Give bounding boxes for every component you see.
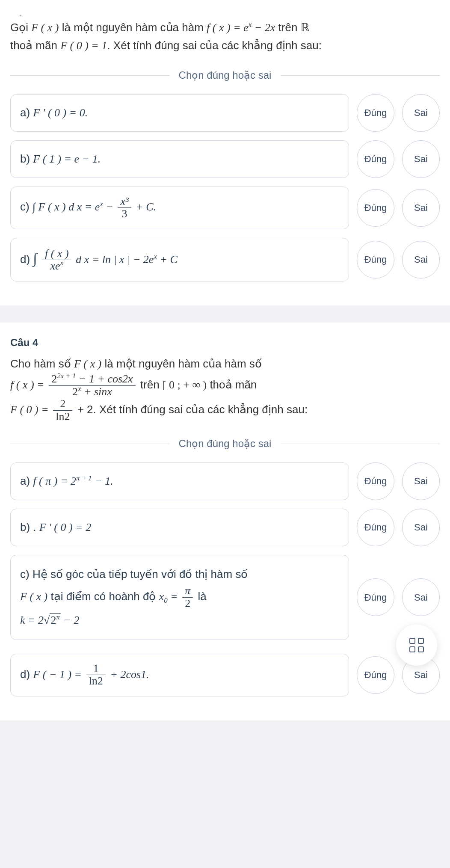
option-label: b) — [20, 152, 33, 165]
true-button[interactable]: Đúng — [357, 509, 394, 546]
math: F ( x ) — [31, 21, 59, 34]
option-row-a: a) F ′ ( 0 ) = 0. Đúng Sai — [10, 94, 440, 132]
fraction: 1ln2 — [86, 663, 106, 687]
numerator: 1 — [86, 663, 106, 675]
text: Cho hàm số — [10, 357, 74, 370]
math: f ( x ) = ex − 2x — [207, 21, 275, 34]
text: x — [159, 590, 164, 603]
denominator: ln2 — [86, 675, 106, 687]
option-row-a: a) f ( π ) = 2π + 1 − 1. Đúng Sai — [10, 462, 440, 500]
true-button[interactable]: Đúng — [357, 462, 394, 500]
false-button[interactable]: Sai — [402, 509, 440, 546]
text: thoả mãn — [10, 39, 60, 52]
option-box: c) Hệ số góc của tiếp tuyến với đồ thị h… — [10, 555, 349, 640]
set-R: ℝ — [301, 21, 310, 34]
denominator: 3 — [118, 207, 131, 220]
text: − 1. — [92, 475, 113, 487]
text: f ( π ) = 2 — [33, 475, 76, 487]
false-button[interactable]: Sai — [402, 241, 440, 278]
text: + C — [157, 253, 178, 266]
math: F ′ ( 0 ) = 2 — [39, 521, 91, 533]
false-button[interactable]: Sai — [402, 94, 440, 132]
option-box: a) f ( π ) = 2π + 1 − 1. — [10, 462, 349, 500]
math: k = 2√2π − 2 — [20, 613, 79, 626]
true-button[interactable]: Đúng — [357, 241, 394, 278]
divider-line — [10, 444, 169, 444]
math: d x = ln | x | − 2ex + C — [73, 253, 178, 266]
sqrt-icon: √ — [44, 614, 50, 626]
option-row-d: d) F ( − 1 ) = 1ln2 + 2cos1. Đúng Sai — [10, 654, 440, 696]
false-button[interactable]: Sai — [402, 189, 440, 227]
sub: 0 — [164, 596, 167, 604]
text: là một nguyên hàm của hàm số — [101, 357, 262, 370]
math: F ′ ( 0 ) = 0. — [33, 107, 88, 119]
denominator: 2 — [182, 597, 193, 610]
exp: x — [100, 200, 103, 208]
divider-line — [281, 75, 440, 76]
fraction: x³3 — [118, 196, 131, 220]
divider-line — [281, 444, 440, 444]
math: f ( x ) = — [10, 379, 47, 391]
text: . Xét tính đúng sai của các khẳng định s… — [107, 39, 322, 52]
text: + sinx — [81, 385, 112, 398]
denominator: ln2 — [53, 410, 72, 423]
option-label: d) — [20, 253, 33, 266]
text: trên — [275, 21, 300, 34]
option-box: b) . F ′ ( 0 ) = 2 — [10, 509, 349, 546]
question-body: Gọi F ( x ) là một nguyên hàm của hàm f … — [10, 19, 440, 54]
option-row-b: b) . F ′ ( 0 ) = 2 Đúng Sai — [10, 509, 440, 546]
math: x0 = — [159, 590, 181, 603]
option-box: c) ∫ F ( x ) d x = ex − x³3 + C. — [10, 187, 349, 229]
question-body: Cho hàm số F ( x ) là một nguyên hàm của… — [10, 355, 440, 423]
option-label: d) — [20, 668, 33, 681]
numerator: f ( x ) — [42, 248, 71, 260]
exp: x — [60, 259, 64, 267]
text: d x = ln | x | − 2e — [73, 253, 154, 266]
text: 2 — [72, 385, 78, 398]
math: F ( x ) — [20, 590, 47, 603]
exp: 2x + 1 — [57, 372, 76, 380]
divider-line — [10, 75, 169, 76]
option-label: a) — [20, 474, 33, 487]
numerator: 2 — [53, 398, 72, 410]
question-card-4: Câu 4 Cho hàm số F ( x ) là một nguyên h… — [0, 323, 450, 720]
false-button[interactable]: Sai — [402, 578, 440, 616]
text: tại điểm có hoành độ — [47, 590, 159, 603]
fraction: f ( x )xex — [42, 248, 71, 273]
exp: π — [56, 613, 59, 622]
true-button[interactable]: Đúng — [357, 656, 394, 694]
text: là — [195, 590, 206, 603]
true-button[interactable]: Đúng — [357, 140, 394, 178]
text: − — [103, 201, 116, 213]
text: c) Hệ số góc của tiếp tuyến với đồ thị h… — [20, 568, 248, 581]
math: + 2cos1. — [107, 668, 149, 681]
question-title: Câu 4 — [10, 335, 440, 351]
fraction: π2 — [182, 585, 193, 610]
grid-icon — [409, 638, 424, 652]
true-button[interactable]: Đúng — [357, 578, 394, 616]
true-button[interactable]: Đúng — [357, 189, 394, 227]
true-button[interactable]: Đúng — [357, 94, 394, 132]
option-label: a) — [20, 106, 33, 119]
math: F ( 1 ) = e − 1. — [33, 153, 101, 165]
text: 2 — [51, 373, 57, 385]
text: là một nguyên hàm của hàm — [59, 21, 207, 34]
numerator: x³ — [118, 196, 131, 208]
question-title-cut: Câu 3 — [10, 12, 440, 16]
divider-label: Chọn đúng hoặc sai — [169, 435, 281, 452]
text: Gọi — [10, 21, 31, 34]
option-box: d) ∫ f ( x )xex d x = ln | x | − 2ex + C — [10, 238, 349, 281]
option-row-b: b) F ( 1 ) = e − 1. Đúng Sai — [10, 140, 440, 178]
false-button[interactable]: Sai — [402, 462, 440, 500]
option-box: d) F ( − 1 ) = 1ln2 + 2cos1. — [10, 654, 349, 696]
text: trên — [137, 378, 163, 391]
text: xe — [50, 260, 60, 272]
text: − 1 + cos2x — [76, 373, 133, 385]
floating-menu-button[interactable] — [396, 625, 437, 666]
option-box: a) F ′ ( 0 ) = 0. — [10, 94, 349, 132]
math: F ( − 1 ) = — [33, 668, 84, 681]
false-button[interactable]: Sai — [402, 140, 440, 178]
text: thoả mãn — [207, 378, 257, 391]
text: + C. — [133, 201, 156, 213]
math: F ( 0 ) = — [10, 403, 51, 416]
